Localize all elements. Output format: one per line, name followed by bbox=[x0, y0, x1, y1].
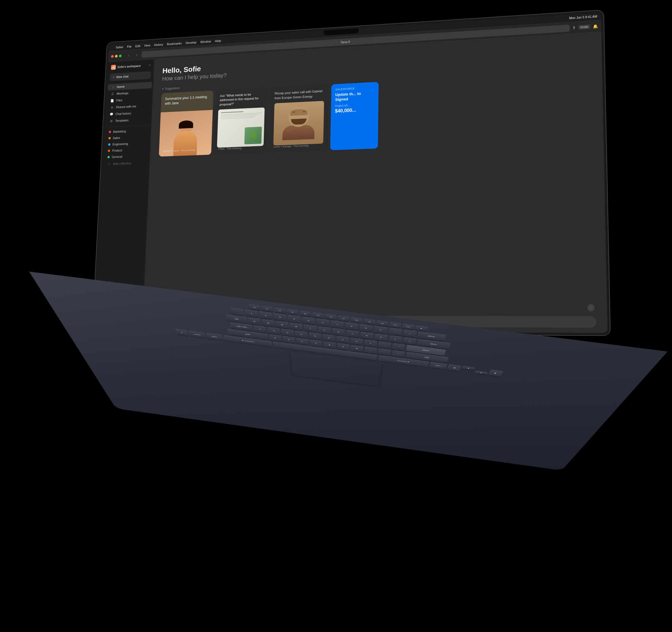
key-9[interactable]: 9 bbox=[359, 324, 373, 332]
key-i[interactable]: I bbox=[346, 330, 359, 338]
key-f9[interactable]: F9 bbox=[363, 319, 376, 325]
workspace-name: Sofie's workspace bbox=[117, 64, 147, 69]
key-z[interactable]: Z bbox=[269, 334, 282, 342]
key-f10[interactable]: F10 bbox=[376, 320, 388, 326]
send-icon[interactable]: ↑ bbox=[587, 304, 595, 311]
key-8[interactable]: 8 bbox=[345, 322, 358, 330]
key-f[interactable]: F bbox=[295, 330, 307, 338]
key-k[interactable]: K bbox=[350, 338, 363, 346]
key-l[interactable]: L bbox=[364, 339, 377, 347]
key-lbracket[interactable]: [ bbox=[388, 335, 402, 343]
key-period[interactable]: . bbox=[378, 348, 391, 356]
key-d[interactable]: D bbox=[281, 329, 294, 336]
key-control[interactable]: control bbox=[188, 330, 206, 338]
suggestion-card-doc[interactable]: Ask "What needs to be addressed in this … bbox=[214, 88, 268, 154]
key-w[interactable]: W bbox=[261, 319, 275, 327]
menu-safari[interactable]: Safari bbox=[116, 45, 123, 49]
key-r[interactable]: R bbox=[290, 323, 303, 331]
key-5[interactable]: 5 bbox=[302, 317, 315, 325]
key-e[interactable]: E bbox=[275, 321, 289, 329]
key-fn[interactable]: fn bbox=[175, 329, 189, 336]
sidebar-meetings-label: Meetings bbox=[117, 91, 128, 95]
key-h[interactable]: H bbox=[323, 334, 335, 342]
key-x[interactable]: X bbox=[283, 336, 295, 344]
key-f4[interactable]: F4 bbox=[299, 310, 311, 317]
key-f3[interactable]: F3 bbox=[287, 309, 298, 315]
new-chat-button[interactable]: + New chat bbox=[110, 71, 151, 81]
menu-file[interactable]: File bbox=[127, 45, 132, 48]
key-b[interactable]: B bbox=[323, 341, 336, 349]
key-m[interactable]: M bbox=[351, 345, 363, 352]
key-f12[interactable]: F12 bbox=[402, 324, 415, 330]
key-f5[interactable]: F5 bbox=[312, 312, 323, 319]
key-c[interactable]: C bbox=[296, 338, 309, 345]
key-arrow-right[interactable]: ▶ bbox=[488, 370, 503, 377]
key-arrow-up[interactable]: ▲ bbox=[462, 366, 475, 370]
workspace-header[interactable]: S Sofie's workspace ✕ bbox=[107, 62, 154, 73]
share-icon[interactable]: ⬆ bbox=[572, 25, 576, 30]
add-collection-button[interactable]: + Add collection bbox=[104, 159, 149, 167]
suggestion-card-meeting[interactable]: Summarize your 1:1 meeting with Jane bbox=[159, 91, 214, 157]
menu-help[interactable]: Help bbox=[215, 39, 221, 43]
key-f1[interactable]: F1 bbox=[261, 306, 273, 312]
key-comma[interactable]: , bbox=[364, 346, 377, 354]
forward-button[interactable]: › bbox=[134, 52, 140, 58]
key-y[interactable]: Y bbox=[318, 326, 331, 334]
key-6[interactable]: 6 bbox=[316, 319, 329, 327]
key-q[interactable]: Q bbox=[247, 317, 261, 325]
key-option-left[interactable]: option bbox=[206, 332, 223, 340]
key-t[interactable]: T bbox=[304, 324, 316, 332]
key-power[interactable]: ⏏ bbox=[415, 325, 428, 331]
key-a[interactable]: A bbox=[253, 325, 266, 333]
key-1[interactable]: 1 bbox=[245, 309, 259, 318]
key-f2[interactable]: F2 bbox=[274, 307, 286, 313]
suggestion-card-sales[interactable]: Recap your sales call with Gabriel from … bbox=[269, 84, 329, 153]
key-option-right[interactable]: option bbox=[429, 362, 448, 369]
invite-label[interactable]: Invite bbox=[578, 25, 590, 30]
key-4[interactable]: 4 bbox=[287, 315, 301, 323]
key-u[interactable]: U bbox=[332, 328, 345, 336]
key-rbracket[interactable]: ] bbox=[402, 337, 416, 345]
menu-develop[interactable]: Develop bbox=[186, 41, 197, 45]
key-v[interactable]: V bbox=[310, 339, 322, 347]
menu-view[interactable]: View bbox=[144, 44, 150, 47]
key-f11[interactable]: F11 bbox=[389, 322, 402, 328]
key-arrow-down[interactable]: ▼ bbox=[475, 371, 488, 375]
menu-edit[interactable]: Edit bbox=[135, 44, 141, 48]
key-3[interactable]: 3 bbox=[273, 313, 287, 321]
key-semicolon[interactable]: ; bbox=[378, 341, 391, 349]
notification-icon[interactable]: 🔔 bbox=[593, 24, 598, 29]
card2-text-prefix: Ask bbox=[220, 94, 226, 98]
suggestion-card-salesforce[interactable]: Salesforce Update th... to Signed Projec… bbox=[330, 82, 379, 150]
key-arrow-left[interactable]: ◀ bbox=[447, 364, 462, 371]
key-quote[interactable]: ' bbox=[392, 343, 406, 351]
key-o[interactable]: O bbox=[360, 332, 374, 339]
key-f6[interactable]: F6 bbox=[325, 314, 336, 320]
key-backtick[interactable]: ` bbox=[230, 308, 244, 316]
key-0[interactable]: 0 bbox=[374, 326, 387, 334]
key-equals[interactable]: = bbox=[402, 329, 417, 337]
key-esc[interactable]: esc bbox=[248, 304, 260, 310]
back-button[interactable]: ‹ bbox=[126, 52, 132, 58]
screen-container: Safari File Edit View History Bookmarks … bbox=[92, 10, 610, 335]
key-slash[interactable]: / bbox=[391, 350, 405, 357]
key-2[interactable]: 2 bbox=[259, 311, 272, 319]
menu-history[interactable]: History bbox=[154, 43, 163, 46]
workspace-expand-icon[interactable]: ✕ bbox=[148, 64, 151, 67]
key-j[interactable]: J bbox=[336, 336, 349, 344]
shared-icon: ⊕ bbox=[110, 105, 114, 109]
minimize-button[interactable] bbox=[115, 55, 118, 57]
key-g[interactable]: G bbox=[309, 332, 321, 340]
key-p[interactable]: P bbox=[374, 333, 388, 342]
maximize-button[interactable] bbox=[119, 54, 122, 57]
key-f8[interactable]: F8 bbox=[351, 317, 362, 323]
close-button[interactable] bbox=[111, 55, 114, 58]
key-f7[interactable]: F7 bbox=[338, 315, 349, 322]
key-7[interactable]: 7 bbox=[331, 320, 344, 329]
menu-window[interactable]: Window bbox=[200, 40, 211, 44]
key-s[interactable]: S bbox=[267, 327, 280, 335]
menu-bookmarks[interactable]: Bookmarks bbox=[167, 41, 182, 46]
key-n[interactable]: N bbox=[337, 343, 349, 350]
key-minus[interactable]: - bbox=[388, 328, 402, 336]
card1-text: Summarize your 1:1 meeting with Jane bbox=[165, 94, 210, 106]
